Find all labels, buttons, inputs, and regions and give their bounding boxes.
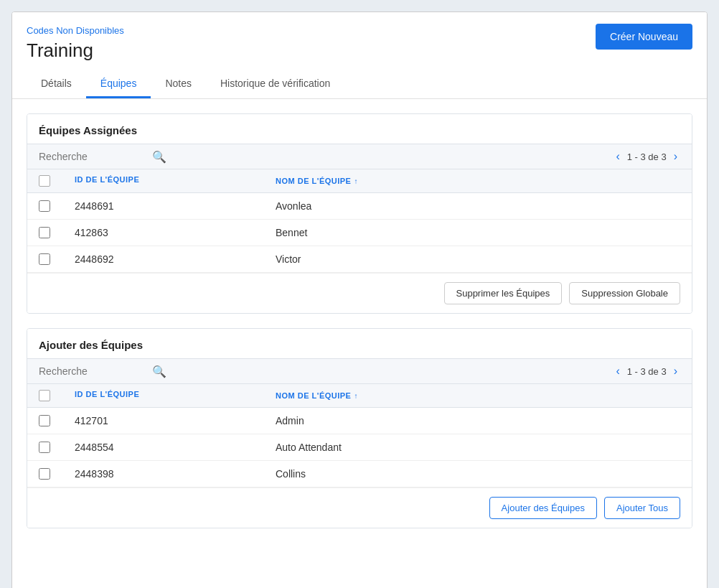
add-section-title: Ajouter des Équipes: [27, 329, 692, 358]
assigned-section: Équipes Assignées 🔍 ‹ 1 - 3 de 3 › ID DE…: [27, 113, 692, 314]
assigned-section-title: Équipes Assignées: [27, 114, 692, 144]
add-all-button[interactable]: Ajouter Tous: [604, 497, 680, 519]
add-table-row: 2448554 Auto Attendant: [27, 434, 692, 461]
add-search-input[interactable]: [39, 365, 146, 377]
add-row-checkbox-3[interactable]: [39, 468, 50, 480]
add-row-checkbox-1[interactable]: [39, 415, 50, 426]
content-area: Équipes Assignées 🔍 ‹ 1 - 3 de 3 › ID DE…: [12, 99, 707, 557]
assigned-row-id-2: 412863: [75, 227, 276, 238]
add-col-name: NOM DE L'ÉQUIPE ↑: [276, 390, 680, 401]
assigned-next-button[interactable]: ›: [671, 149, 680, 164]
main-container: Codes Non Disponibles Training Créer Nou…: [11, 11, 708, 588]
add-row-name-3: Collins: [276, 468, 680, 480]
add-table-row: 2448398 Collins: [27, 461, 692, 487]
add-prev-button[interactable]: ‹: [613, 363, 622, 379]
tab-historique[interactable]: Historique de vérification: [206, 70, 344, 98]
add-next-button[interactable]: ›: [671, 363, 680, 379]
search-icon-2: 🔍: [152, 365, 166, 378]
assigned-row-id-1: 2448691: [75, 200, 276, 212]
add-table-row: 412701 Admin: [27, 408, 692, 434]
assigned-header-checkbox[interactable]: [39, 175, 50, 187]
add-search-bar: 🔍 ‹ 1 - 3 de 3 ›: [27, 358, 692, 384]
add-row-name-1: Admin: [276, 415, 680, 426]
assigned-search-input[interactable]: [39, 151, 146, 162]
assigned-table-header: ID DE L'ÉQUIPE NOM DE L'ÉQUIPE ↑: [27, 169, 692, 193]
add-row-name-2: Auto Attendant: [276, 442, 680, 453]
global-delete-button[interactable]: Suppression Globale: [569, 282, 680, 304]
add-pagination-text: 1 - 3 de 3: [627, 366, 667, 377]
top-bar-header: Codes Non Disponibles Training Créer Nou…: [27, 24, 692, 62]
assigned-search-left: 🔍: [39, 150, 166, 164]
add-row-id-2: 2448554: [75, 442, 276, 453]
assigned-row-name-1: Avonlea: [276, 200, 680, 212]
add-action-bar: Ajouter des Équipes Ajouter Tous: [27, 487, 692, 528]
tab-notes[interactable]: Notes: [151, 70, 206, 98]
breadcrumb: Codes Non Disponibles: [27, 24, 124, 37]
assigned-table-row: 2448692 Victor: [27, 246, 692, 273]
add-table-header: ID DE L'ÉQUIPE NOM DE L'ÉQUIPE ↑: [27, 384, 692, 408]
assigned-table-row: 412863 Bennet: [27, 220, 692, 246]
delete-teams-button[interactable]: Supprimer les Équipes: [444, 282, 563, 304]
assigned-col-name: NOM DE L'ÉQUIPE ↑: [276, 175, 680, 187]
add-section: Ajouter des Équipes 🔍 ‹ 1 - 3 de 3 › ID …: [27, 328, 692, 528]
assigned-pagination: ‹ 1 - 3 de 3 ›: [613, 149, 680, 164]
assigned-pagination-text: 1 - 3 de 3: [627, 151, 667, 162]
add-teams-button[interactable]: Ajouter des Équipes: [489, 497, 597, 519]
assigned-search-bar: 🔍 ‹ 1 - 3 de 3 ›: [27, 144, 692, 169]
assigned-row-name-2: Bennet: [276, 227, 680, 238]
top-bar: Codes Non Disponibles Training Créer Nou…: [12, 12, 707, 99]
assigned-action-bar: Supprimer les Équipes Suppression Global…: [27, 273, 692, 313]
tabs: Détails Équipes Notes Historique de véri…: [27, 70, 692, 98]
sort-arrow-icon: ↑: [354, 177, 358, 185]
assigned-table-row: 2448691 Avonlea: [27, 193, 692, 220]
add-pagination: ‹ 1 - 3 de 3 ›: [613, 363, 680, 379]
tab-equipes[interactable]: Équipes: [86, 70, 151, 98]
title-area: Codes Non Disponibles Training: [27, 24, 124, 62]
assigned-row-checkbox-3[interactable]: [39, 253, 50, 265]
search-icon: 🔍: [152, 150, 166, 164]
assigned-col-id: ID DE L'ÉQUIPE: [75, 175, 276, 187]
tab-details[interactable]: Détails: [27, 70, 86, 98]
page-title: Training: [27, 39, 124, 62]
add-search-left: 🔍: [39, 365, 166, 378]
assigned-row-name-3: Victor: [276, 253, 680, 265]
add-row-checkbox-2[interactable]: [39, 442, 50, 453]
breadcrumb-link[interactable]: Codes Non Disponibles: [27, 25, 124, 36]
assigned-row-checkbox-1[interactable]: [39, 200, 50, 212]
add-header-checkbox[interactable]: [39, 390, 50, 401]
add-row-id-1: 412701: [75, 415, 276, 426]
create-button[interactable]: Créer Nouveau: [596, 24, 692, 50]
add-row-id-3: 2448398: [75, 468, 276, 480]
assigned-row-checkbox-2[interactable]: [39, 227, 50, 238]
assigned-prev-button[interactable]: ‹: [613, 149, 622, 164]
assigned-row-id-3: 2448692: [75, 253, 276, 265]
add-col-id: ID DE L'ÉQUIPE: [75, 390, 276, 401]
sort-arrow-icon-2: ↑: [354, 392, 358, 400]
